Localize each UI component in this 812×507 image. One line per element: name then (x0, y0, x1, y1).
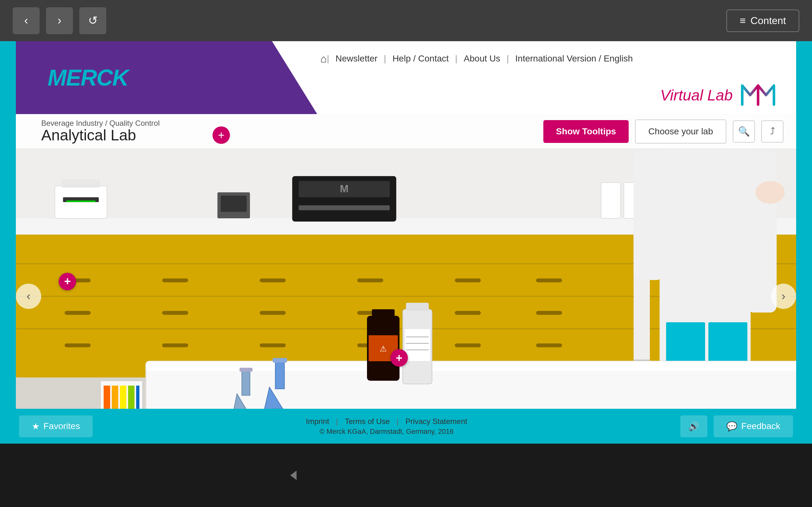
browser-chrome: ‹ › ↺ ≡ Content (0, 0, 812, 41)
nav-newsletter[interactable]: Newsletter (329, 54, 384, 64)
svg-rect-61 (372, 309, 395, 318)
nav-help-contact[interactable]: Help / Contact (386, 54, 455, 64)
svg-rect-20 (455, 311, 481, 315)
svg-rect-17 (162, 311, 188, 315)
feedback-chat-icon: 💬 (726, 421, 738, 432)
svg-rect-12 (260, 279, 286, 282)
svg-rect-44 (601, 182, 621, 218)
content-icon: ≡ (740, 15, 746, 26)
svg-rect-22 (65, 343, 91, 347)
footer-sep-2: | (397, 417, 401, 426)
footer-imprint[interactable]: Imprint (301, 417, 334, 426)
share-button[interactable]: ⤴ (761, 120, 783, 143)
svg-text:M: M (340, 183, 349, 194)
svg-rect-13 (357, 279, 383, 282)
virtual-lab-area: Virtual Lab (660, 76, 777, 114)
site-header: MERCK ⌂ | Newsletter | Help / Contact | … (16, 41, 796, 114)
android-nav-bar (0, 444, 812, 507)
svg-rect-26 (455, 343, 481, 347)
svg-rect-65 (406, 303, 429, 311)
svg-rect-41 (299, 205, 390, 210)
svg-rect-21 (536, 311, 562, 315)
svg-rect-53 (747, 150, 776, 313)
svg-rect-23 (162, 343, 188, 347)
lab-title-plus-icon[interactable]: + (212, 126, 230, 144)
nav-left-icon: ‹ (27, 290, 31, 303)
lab-scene-svg: M (16, 149, 796, 444)
android-back-button[interactable] (282, 466, 301, 485)
svg-rect-24 (260, 343, 286, 347)
header-purple-bg: MERCK (16, 41, 317, 114)
nav-arrow-left[interactable]: ‹ (16, 284, 41, 309)
volume-icon: 🔊 (688, 421, 699, 431)
tooltip-plus-1[interactable]: + (59, 273, 76, 290)
footer-links: Imprint | Terms of Use | Privacy Stateme… (93, 417, 680, 436)
feedback-label: Feedback (741, 421, 780, 431)
svg-marker-85 (290, 470, 297, 480)
merck-m-logo-icon (739, 82, 777, 108)
favorites-icon: ★ (32, 421, 40, 432)
footer-bar: ★ Favorites Imprint | Terms of Use | Pri… (0, 409, 812, 444)
svg-rect-27 (536, 343, 562, 347)
web-content: MERCK ⌂ | Newsletter | Help / Contact | … (16, 41, 796, 444)
search-button[interactable]: 🔍 (733, 120, 755, 143)
footer-terms[interactable]: Terms of Use (340, 417, 394, 426)
nav-intl-version[interactable]: International Version / English (509, 54, 639, 64)
svg-rect-15 (536, 279, 562, 282)
lab-toolbar: Beverage Industry / Quality Control Anal… (16, 114, 796, 149)
show-tooltips-button[interactable]: Show Tooltips (543, 120, 629, 143)
svg-rect-71 (240, 368, 252, 372)
svg-rect-72 (275, 361, 285, 389)
android-recents-button[interactable] (511, 466, 530, 485)
toolbar-actions: Show Tooltips Choose your lab 🔍 ⤴ (543, 119, 783, 144)
volume-button[interactable]: 🔊 (680, 415, 707, 437)
svg-rect-11 (162, 279, 188, 282)
svg-rect-66 (404, 329, 430, 361)
svg-text:⚠: ⚠ (380, 344, 387, 353)
choose-lab-button[interactable]: Choose your lab (635, 119, 726, 144)
footer-copyright: © Merck KGaA, Darmstadt, Germany, 2016 (93, 428, 680, 436)
header-nav: ⌂ | Newsletter | Help / Contact | About … (301, 41, 796, 76)
nav-about-us[interactable]: About Us (457, 54, 507, 64)
nav-right-icon: › (781, 290, 785, 303)
share-icon: ⤴ (770, 126, 775, 137)
android-home-button[interactable] (397, 466, 415, 485)
svg-rect-70 (242, 371, 250, 395)
svg-point-54 (756, 181, 785, 204)
back-button[interactable]: ‹ (13, 7, 40, 34)
nav-sep-4: | (507, 54, 509, 64)
nav-sep-3: | (455, 54, 457, 64)
favorites-button[interactable]: ★ Favorites (19, 415, 93, 437)
footer-sep-1: | (336, 417, 340, 426)
lab-title: Analytical Lab (41, 126, 136, 144)
lab-visual: M (16, 149, 796, 444)
svg-rect-37 (66, 201, 96, 202)
content-label: Content (751, 15, 786, 26)
app-container: MERCK ⌂ | Newsletter | Help / Contact | … (0, 41, 812, 444)
virtual-lab-text: Virtual Lab (660, 87, 733, 104)
svg-rect-73 (273, 358, 287, 362)
content-button[interactable]: ≡ Content (726, 9, 799, 32)
plus-icon-1: + (64, 275, 71, 288)
nav-sep-2: | (384, 54, 386, 64)
svg-rect-35 (61, 179, 101, 187)
svg-rect-18 (260, 311, 286, 315)
svg-rect-52 (634, 150, 663, 280)
svg-rect-43 (221, 195, 247, 212)
favorites-label: Favorites (44, 421, 80, 431)
merck-logo: MERCK (48, 65, 128, 91)
svg-rect-3 (16, 231, 634, 377)
nav-arrow-right[interactable]: › (771, 284, 796, 309)
reload-button[interactable]: ↺ (79, 7, 106, 34)
svg-rect-14 (455, 279, 481, 282)
search-icon: 🔍 (738, 126, 750, 137)
svg-rect-16 (65, 311, 91, 315)
tooltip-plus-2[interactable]: + (391, 349, 408, 367)
forward-button[interactable]: › (46, 7, 73, 34)
plus-icon-2: + (396, 351, 403, 365)
lab-content: Beverage Industry / Quality Control Anal… (16, 114, 796, 444)
nav-sep-1: | (327, 54, 329, 64)
home-icon[interactable]: ⌂ (320, 53, 327, 65)
feedback-button[interactable]: 💬 Feedback (714, 415, 793, 437)
footer-privacy[interactable]: Privacy Statement (401, 417, 472, 426)
